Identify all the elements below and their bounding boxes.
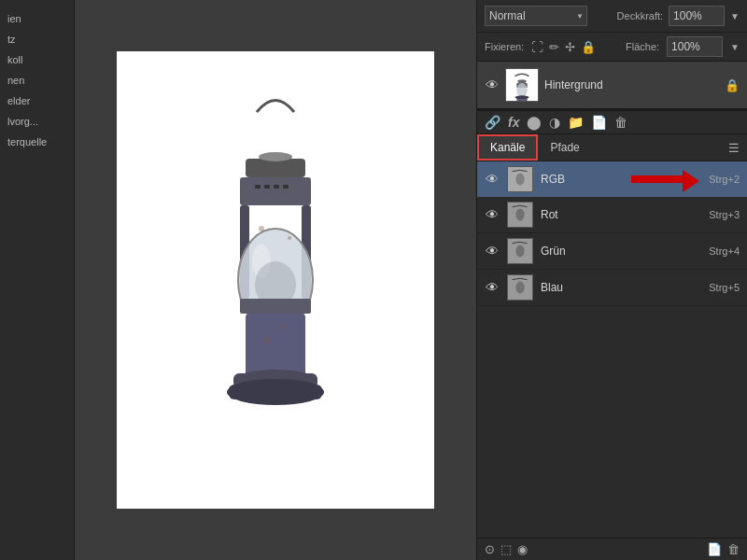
sidebar-item-5[interactable]: elder bbox=[0, 91, 74, 110]
svg-rect-19 bbox=[229, 385, 322, 399]
svg-point-27 bbox=[516, 83, 527, 97]
fix-position-icon[interactable]: ⛶ bbox=[531, 40, 543, 54]
fixieren-label: Fixieren: bbox=[485, 41, 524, 52]
channel-rgb-name: RGB bbox=[541, 173, 620, 186]
channel-rgb-visibility[interactable]: 👁 bbox=[485, 172, 500, 187]
fx-icon[interactable]: fx bbox=[508, 115, 519, 130]
channel-gruen-name: Grün bbox=[541, 245, 701, 258]
channel-row-gruen[interactable]: 👁 Grün Strg+4 bbox=[477, 233, 747, 270]
load-channel-icon[interactable]: ◉ bbox=[517, 542, 528, 556]
sidebar-item-7[interactable]: terquelle bbox=[0, 133, 74, 151]
svg-rect-7 bbox=[283, 185, 289, 189]
channel-row-rot[interactable]: 👁 Rot Strg+3 bbox=[477, 197, 747, 233]
channel-gruen-shortcut: Strg+4 bbox=[709, 245, 740, 257]
new-channel-icon[interactable]: 📄 bbox=[707, 542, 722, 556]
channel-gruen-thumbnail bbox=[507, 238, 533, 264]
fix-lock-icon[interactable]: 🔒 bbox=[581, 40, 596, 54]
svg-point-29 bbox=[514, 95, 529, 99]
channels-list: 👁 RGB Strg+2 👁 bbox=[477, 161, 747, 538]
channel-row-blau[interactable]: 👁 Blau Strg+5 bbox=[477, 270, 747, 306]
mask-icon[interactable]: ⬤ bbox=[527, 115, 542, 130]
channel-rot-shortcut: Strg+3 bbox=[709, 209, 740, 220]
channel-blau-name: Blau bbox=[541, 281, 701, 294]
layers-section: 👁 Hintergrund 🔒 bbox=[477, 62, 747, 110]
svg-point-25 bbox=[517, 79, 526, 83]
right-panel: Normal Multiplizieren Abdunkeln Deckkraf… bbox=[476, 0, 747, 560]
canvas-container bbox=[117, 51, 434, 509]
svg-rect-4 bbox=[255, 185, 261, 189]
flaeche-input[interactable] bbox=[667, 36, 723, 57]
svg-point-35 bbox=[515, 245, 524, 258]
flaeche-label: Fläche: bbox=[626, 41, 659, 52]
left-sidebar: ien tz koll nen elder lvorg... terquelle bbox=[0, 0, 75, 560]
sidebar-item-6[interactable]: lvorg... bbox=[0, 112, 74, 131]
lantern-image bbox=[173, 84, 378, 476]
tab-kanaele[interactable]: Kanäle bbox=[477, 134, 538, 161]
deckkraft-arrow: ▼ bbox=[730, 11, 740, 21]
adjustment-icon[interactable]: ◑ bbox=[549, 115, 560, 130]
channel-row-rgb[interactable]: 👁 RGB Strg+2 bbox=[477, 161, 747, 197]
svg-point-31 bbox=[515, 174, 524, 186]
save-selection-icon[interactable]: ⬚ bbox=[500, 542, 512, 556]
channel-rgb-thumbnail bbox=[507, 166, 533, 192]
sidebar-item-2[interactable]: tz bbox=[0, 30, 74, 49]
sidebar-item-1[interactable]: ien bbox=[0, 9, 74, 28]
svg-point-33 bbox=[515, 209, 524, 221]
channel-rot-visibility[interactable]: 👁 bbox=[485, 207, 500, 222]
fix-icons: ⛶ ✏ ✢ 🔒 bbox=[531, 40, 596, 54]
tabs-row: Kanäle Pfade ☰ bbox=[477, 134, 747, 161]
svg-rect-3 bbox=[240, 177, 311, 205]
channel-rot-thumbnail bbox=[507, 202, 533, 228]
svg-point-22 bbox=[262, 337, 270, 344]
deckkraft-input[interactable] bbox=[669, 6, 725, 26]
channel-blau-shortcut: Strg+5 bbox=[709, 282, 740, 293]
fix-bar: Fixieren: ⛶ ✏ ✢ 🔒 Fläche: ▼ bbox=[477, 33, 747, 62]
blend-mode-wrapper[interactable]: Normal Multiplizieren Abdunkeln bbox=[485, 6, 587, 26]
blend-bar: Normal Multiplizieren Abdunkeln Deckkraf… bbox=[477, 0, 747, 33]
channel-blau-thumbnail bbox=[507, 274, 533, 301]
svg-rect-14 bbox=[240, 299, 311, 314]
channel-rot-name: Rot bbox=[541, 208, 701, 221]
fix-move-icon[interactable]: ✢ bbox=[565, 40, 575, 54]
channel-rgb-shortcut: Strg+2 bbox=[709, 174, 740, 185]
sidebar-item-3[interactable]: koll bbox=[0, 50, 74, 69]
channels-bottom-toolbar: ⊙ ⬚ ◉ 📄 🗑 bbox=[477, 538, 747, 560]
new-layer-icon[interactable]: 📄 bbox=[591, 115, 607, 130]
channel-gruen-visibility[interactable]: 👁 bbox=[485, 244, 500, 259]
svg-rect-5 bbox=[264, 185, 270, 189]
svg-point-21 bbox=[288, 236, 291, 240]
layer-lock-icon: 🔒 bbox=[725, 78, 740, 92]
layers-toolbar: 🔗 fx ⬤ ◑ 📁 📄 🗑 bbox=[477, 110, 747, 134]
folder-icon[interactable]: 📁 bbox=[568, 115, 584, 130]
layer-thumbnail bbox=[505, 68, 539, 102]
tab-pfade[interactable]: Pfade bbox=[538, 135, 591, 160]
svg-rect-15 bbox=[246, 314, 305, 379]
blend-mode-select[interactable]: Normal Multiplizieren Abdunkeln bbox=[485, 6, 587, 26]
link-icon[interactable]: 🔗 bbox=[485, 115, 500, 130]
panel-menu-icon[interactable]: ☰ bbox=[728, 141, 747, 155]
flaeche-arrow: ▼ bbox=[730, 42, 740, 52]
svg-point-23 bbox=[280, 324, 286, 329]
channel-blau-visibility[interactable]: 👁 bbox=[485, 280, 500, 295]
sidebar-item-4[interactable]: nen bbox=[0, 71, 74, 90]
fix-brush-icon[interactable]: ✏ bbox=[549, 40, 559, 54]
red-arrow bbox=[631, 175, 683, 183]
svg-point-20 bbox=[259, 226, 264, 231]
delete-layer-icon[interactable]: 🗑 bbox=[614, 115, 627, 130]
svg-point-37 bbox=[515, 282, 524, 294]
dotted-circle-icon[interactable]: ⊙ bbox=[485, 542, 495, 556]
canvas-area bbox=[75, 0, 476, 560]
layer-name: Hintergrund bbox=[544, 78, 719, 91]
svg-point-2 bbox=[259, 152, 292, 161]
layer-visibility-icon[interactable]: 👁 bbox=[485, 77, 500, 92]
deckkraft-label: Deckkraft: bbox=[617, 10, 664, 21]
layer-row-hintergrund[interactable]: 👁 Hintergrund 🔒 bbox=[477, 62, 747, 108]
svg-rect-6 bbox=[274, 185, 279, 189]
delete-channel-icon[interactable]: 🗑 bbox=[727, 542, 740, 556]
